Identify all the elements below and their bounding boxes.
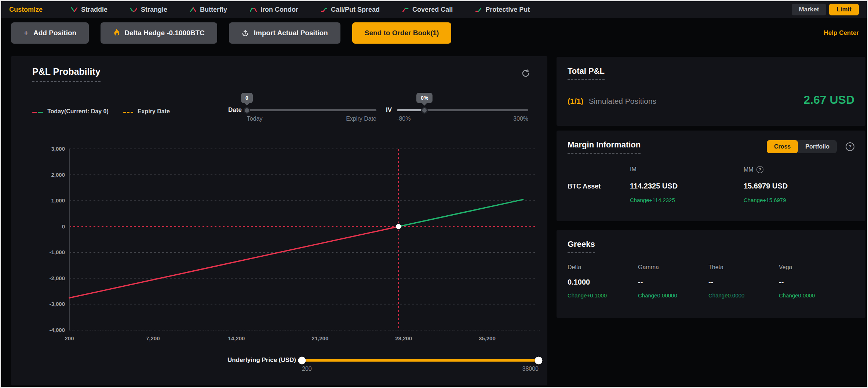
nav-item-customize[interactable]: Customize — [9, 6, 43, 14]
greek-theta-change: Change0.0000 — [708, 292, 779, 299]
nav-item-iron-condor[interactable]: Iron Condor — [250, 6, 298, 14]
iv-slider: IV 0% -80% 300% — [386, 106, 528, 122]
add-position-button[interactable]: + Add Position — [11, 22, 89, 44]
date-slider-tooltip: 0 — [241, 93, 253, 103]
butterfly-icon — [190, 7, 196, 12]
svg-text:0: 0 — [62, 223, 65, 230]
legend-expiry-swatch — [123, 108, 133, 115]
svg-text:-4,000: -4,000 — [49, 327, 65, 333]
nav-item-strangle[interactable]: Strangle — [130, 6, 167, 14]
nav-item-covered-call[interactable]: Covered Call — [402, 6, 453, 14]
greek-delta-change: Change+0.1000 — [568, 292, 638, 299]
total-pnl-title: Total P&L — [568, 66, 605, 80]
greek-delta-name: Delta — [568, 264, 638, 271]
greek-gamma-value: -- — [638, 278, 708, 286]
pnl-chart: 3,0002,0001,0000-1,000-2,000-3,000-4,000… — [11, 56, 547, 385]
iv-max-label: 300% — [513, 116, 528, 122]
iv-slider-tooltip: 0% — [416, 93, 433, 103]
protective-put-icon — [475, 7, 482, 12]
pnl-legend: Today(Current: Day 0) Expiry Date — [32, 108, 170, 115]
strangle-icon — [130, 7, 137, 12]
asset-label: BTC Asset — [568, 183, 630, 190]
iron-condor-icon — [250, 7, 257, 12]
margin-card: Margin Information Cross Portfolio ? IM … — [557, 131, 865, 221]
nav-item-label: Customize — [9, 6, 43, 14]
portfolio-tab[interactable]: Portfolio — [798, 140, 837, 153]
svg-text:35,200: 35,200 — [479, 335, 496, 341]
margin-title: Margin Information — [568, 140, 641, 154]
positions-count: (1/1) — [568, 97, 583, 105]
order-type-toggle: Market Limit — [792, 4, 859, 15]
iv-slider-track[interactable]: 0% — [397, 109, 528, 111]
total-pnl-card: Total P&L (1/1) Simulated Positions 2.67… — [557, 57, 865, 126]
greek-theta-name: Theta — [708, 264, 779, 271]
mm-value: 15.6979 USD — [744, 182, 854, 190]
greek-gamma-change: Change0.00000 — [638, 292, 708, 299]
cross-tab[interactable]: Cross — [767, 140, 798, 153]
svg-text:-1,000: -1,000 — [49, 249, 65, 255]
svg-text:200: 200 — [65, 335, 74, 341]
greek-delta-value: 0.1000 — [568, 278, 638, 286]
greek-gamma-name: Gamma — [638, 264, 708, 271]
import-position-button[interactable]: Import Actual Position — [229, 22, 340, 44]
svg-text:28,200: 28,200 — [395, 335, 412, 341]
straddle-icon — [71, 7, 77, 12]
date-min-label: Today — [247, 116, 263, 122]
toolbar: + Add Position Delta Hedge -0.1000BTC Im… — [11, 22, 859, 44]
svg-text:-2,000: -2,000 — [49, 275, 65, 281]
positions-label: Simulated Positions — [589, 97, 656, 105]
price-handle-max[interactable] — [535, 356, 543, 364]
nav-item-protective-put[interactable]: Protective Put — [475, 6, 530, 14]
send-order-button[interactable]: Send to Order Book(1) — [352, 22, 452, 44]
upload-icon — [241, 29, 249, 37]
svg-text:21,200: 21,200 — [311, 335, 328, 341]
delta-hedge-button[interactable]: Delta Hedge -0.1000BTC — [101, 22, 217, 44]
price-slider-track[interactable] — [302, 359, 539, 362]
price-min-label: 200 — [302, 366, 312, 372]
svg-text:1,000: 1,000 — [51, 197, 65, 204]
help-center-link[interactable]: Help Center — [824, 29, 859, 37]
svg-text:2,000: 2,000 — [51, 172, 65, 178]
nav-item-straddle[interactable]: Straddle — [71, 6, 107, 14]
call-put-spread-icon — [321, 7, 327, 12]
limit-button[interactable]: Limit — [829, 4, 859, 15]
price-slider: Underlying Price (USD) 200 38000 — [227, 356, 539, 372]
im-value: 114.2325 USD — [630, 182, 744, 190]
date-max-label: Expiry Date — [346, 116, 376, 122]
mm-help-icon[interactable]: ? — [756, 166, 763, 173]
svg-text:14,200: 14,200 — [228, 335, 245, 341]
iv-min-label: -80% — [397, 116, 411, 122]
svg-text:3,000: 3,000 — [51, 146, 65, 152]
price-handle-min[interactable] — [298, 356, 306, 364]
price-max-label: 38000 — [522, 366, 539, 372]
strategy-nav: Customize Straddle Strangle Butterfly Ir… — [1, 1, 867, 18]
greeks-title: Greeks — [568, 239, 595, 253]
mm-change: Change+15.6979 — [744, 197, 854, 203]
date-slider-track[interactable]: 0 — [247, 109, 376, 111]
im-header: IM — [630, 166, 744, 173]
total-pnl-value: 2.67 USD — [803, 93, 854, 107]
legend-today: Today(Current: Day 0) — [32, 108, 109, 115]
plus-icon: + — [23, 29, 29, 37]
date-slider: Date 0 Today Expiry Date — [228, 106, 376, 122]
pnl-probability-panel: P&L Probability Today(Current: Day 0) Ex… — [11, 56, 547, 385]
svg-text:-3,000: -3,000 — [49, 301, 65, 307]
greeks-card: Greeks Delta Gamma Theta Vega 0.1000 -- … — [557, 230, 865, 318]
greek-vega-value: -- — [779, 278, 849, 286]
mm-header: MM? — [744, 166, 854, 173]
legend-expiry: Expiry Date — [123, 108, 170, 115]
margin-help-icon[interactable]: ? — [846, 142, 854, 151]
legend-today-swatch — [32, 108, 43, 115]
im-change: Change+114.2325 — [630, 197, 744, 203]
fire-icon — [113, 29, 120, 37]
svg-text:7,200: 7,200 — [146, 335, 160, 341]
market-button[interactable]: Market — [792, 4, 827, 15]
covered-call-icon — [402, 7, 409, 12]
greek-vega-change: Change0.0000 — [779, 292, 849, 299]
greek-theta-value: -- — [708, 278, 779, 286]
margin-mode-toggle: Cross Portfolio — [767, 140, 837, 153]
greek-vega-name: Vega — [779, 264, 849, 271]
options-strategy-page: Customize Straddle Strangle Butterfly Ir… — [0, 0, 868, 388]
nav-item-butterfly[interactable]: Butterfly — [190, 6, 227, 14]
nav-item-call-put-spread[interactable]: Call/Put Spread — [321, 6, 380, 14]
